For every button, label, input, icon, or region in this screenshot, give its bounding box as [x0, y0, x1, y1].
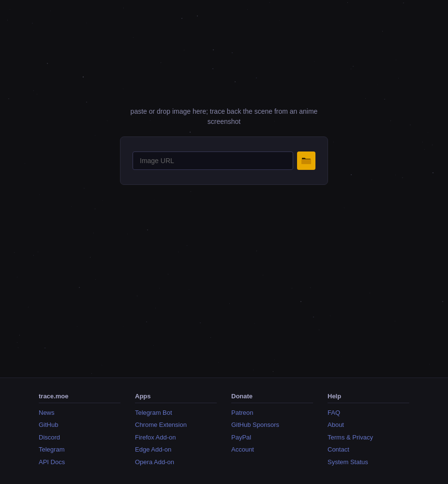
footer-link-patreon[interactable]: Patreon — [231, 408, 313, 418]
footer-link-telegram[interactable]: Telegram — [39, 445, 120, 454]
footer-link-chrome-extension[interactable]: Chrome Extension — [135, 420, 217, 430]
footer-link-account[interactable]: Account — [231, 445, 313, 454]
footer-link-news[interactable]: News — [39, 408, 120, 418]
footer: trace.moe News GitHub Discord Telegram A… — [0, 378, 448, 484]
footer-link-system-status[interactable]: System Status — [328, 457, 409, 467]
footer-col4-heading: Help — [328, 393, 409, 403]
image-url-input[interactable] — [133, 151, 293, 170]
footer-col-trace: trace.moe News GitHub Discord Telegram A… — [39, 393, 120, 470]
footer-link-api-docs[interactable]: API Docs — [39, 457, 120, 467]
footer-link-discord[interactable]: Discord — [39, 433, 120, 442]
footer-col3-heading: Donate — [231, 393, 313, 403]
footer-link-about[interactable]: About — [328, 420, 409, 430]
footer-link-terms[interactable]: Terms & Privacy — [328, 433, 409, 442]
footer-link-telegram-bot[interactable]: Telegram Bot — [135, 408, 217, 418]
tagline: paste or drop image here; trace back the… — [118, 106, 330, 127]
footer-link-edge-addon[interactable]: Edge Add-on — [135, 445, 217, 454]
open-file-button[interactable] — [297, 151, 315, 170]
footer-col1-heading: trace.moe — [39, 393, 120, 403]
footer-col-apps: Apps Telegram Bot Chrome Extension Firef… — [135, 393, 217, 470]
footer-link-faq[interactable]: FAQ — [328, 408, 409, 418]
folder-icon — [301, 157, 311, 165]
footer-link-github-sponsors[interactable]: GitHub Sponsors — [231, 420, 313, 430]
footer-link-github[interactable]: GitHub — [39, 420, 120, 430]
footer-link-firefox-addon[interactable]: Firefox Add-on — [135, 433, 217, 442]
footer-col-donate: Donate Patreon GitHub Sponsors PayPal Ac… — [231, 393, 313, 470]
footer-link-paypal[interactable]: PayPal — [231, 433, 313, 442]
footer-link-opera-addon[interactable]: Opera Add-on — [135, 457, 217, 467]
footer-link-contact[interactable]: Contact — [328, 445, 409, 454]
search-container — [120, 136, 328, 185]
footer-col-help: Help FAQ About Terms & Privacy Contact S… — [328, 393, 409, 470]
footer-col2-heading: Apps — [135, 393, 217, 403]
